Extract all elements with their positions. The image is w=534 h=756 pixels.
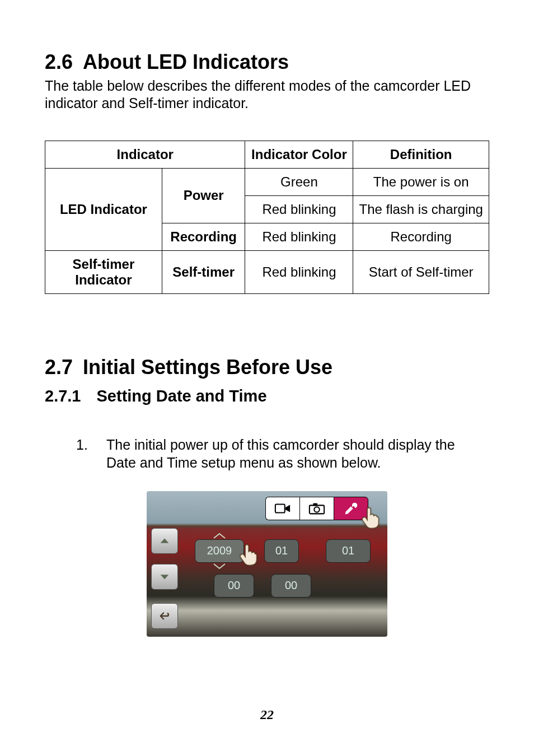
cell-color: Red blinking	[245, 195, 353, 223]
mode-tabs	[265, 497, 368, 520]
hand-pointer-icon	[236, 542, 262, 567]
cell-def: The power is on	[353, 168, 489, 195]
svg-point-3	[314, 507, 319, 512]
list-number: 1.	[76, 436, 106, 472]
th-indicator-color: Indicator Color	[245, 141, 353, 168]
subsection-number: 2.7.1	[45, 387, 81, 405]
arrow-down-button[interactable]	[151, 564, 178, 590]
date-time-setup-figure: 2009 01 01 00 00	[147, 491, 387, 637]
section-intro: The table below describes the different …	[45, 77, 489, 113]
th-definition: Definition	[353, 141, 489, 168]
field-down-icon	[213, 563, 226, 570]
list-item: 1. The initial power up of this camcorde…	[76, 436, 489, 472]
svg-rect-2	[313, 503, 317, 506]
section-heading-2-6: 2.6About LED Indicators	[45, 50, 489, 74]
tab-photo[interactable]	[299, 497, 334, 520]
back-button[interactable]	[151, 603, 178, 629]
hand-pointer-icon	[358, 505, 384, 530]
field-up-icon	[213, 533, 226, 539]
section-number: 2.7	[45, 356, 73, 379]
cell-power: Power	[162, 168, 245, 223]
cell-self-timer-indicator: Self-timer Indicator	[45, 250, 162, 293]
svg-rect-0	[275, 504, 285, 512]
cell-color: Red blinking	[245, 250, 353, 293]
arrow-up-button[interactable]	[151, 528, 178, 554]
led-indicator-table: Indicator Indicator Color Definition LED…	[45, 141, 489, 294]
subsection-title: Setting Date and Time	[97, 387, 267, 405]
minute-field[interactable]: 00	[271, 574, 311, 598]
section-heading-2-7: 2.7Initial Settings Before Use	[45, 356, 489, 379]
subsection-heading-2-7-1: 2.7.1Setting Date and Time	[45, 387, 489, 405]
section-title: About LED Indicators	[83, 50, 289, 73]
section-title: Initial Settings Before Use	[83, 356, 332, 379]
cell-color: Green	[245, 168, 353, 195]
hour-field[interactable]: 00	[214, 574, 254, 598]
cell-led-indicator: LED Indicator	[45, 168, 162, 250]
month-field[interactable]: 01	[264, 539, 299, 563]
cell-self-timer: Self-timer	[162, 250, 245, 293]
th-indicator: Indicator	[45, 141, 245, 168]
cell-def: Start of Self-timer	[353, 250, 489, 293]
page-number: 22	[0, 707, 534, 722]
cell-color: Red blinking	[245, 223, 353, 250]
list-text: The initial power up of this camcorder s…	[106, 436, 489, 472]
section-number: 2.6	[45, 50, 73, 73]
cell-recording: Recording	[162, 223, 245, 250]
day-field[interactable]: 01	[326, 539, 371, 563]
tab-video[interactable]	[265, 497, 299, 520]
cell-def: The flash is charging	[353, 195, 489, 223]
cell-def: Recording	[353, 223, 489, 250]
